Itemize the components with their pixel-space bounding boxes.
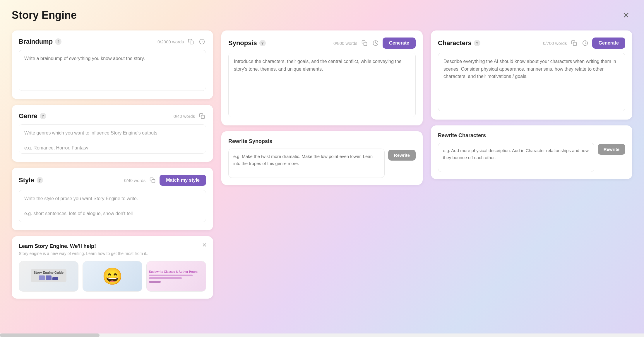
left-column: Braindump ? 0/2000 words — [12, 30, 213, 326]
style-word-count: 0/40 words — [124, 178, 145, 183]
rewrite-characters-card: Rewrite Characters Rewrite — [431, 125, 632, 179]
style-title: Style — [19, 176, 34, 184]
svg-rect-2 — [201, 115, 205, 119]
history-icon — [373, 40, 378, 46]
rewrite-characters-title: Rewrite Characters — [438, 132, 625, 139]
characters-copy-button[interactable] — [570, 39, 578, 47]
characters-card: Characters ? 0/700 words Generate — [431, 30, 632, 120]
class-label: Attend a Class → — [147, 291, 206, 292]
style-copy-button[interactable] — [148, 176, 157, 184]
rewrite-synopsis-button[interactable]: Rewrite — [388, 150, 416, 161]
style-header: Style ? 0/40 words Match my style — [19, 175, 206, 186]
characters-title: Characters — [438, 39, 472, 47]
history-icon — [582, 40, 588, 46]
style-card: Style ? 0/40 words Match my style Write … — [12, 168, 213, 230]
characters-help-icon[interactable]: ? — [474, 40, 480, 46]
header: Story Engine ✕ — [12, 9, 632, 22]
style-help-icon[interactable]: ? — [37, 177, 43, 183]
synopsis-copy-button[interactable] — [360, 39, 369, 47]
characters-generate-button[interactable]: Generate — [592, 38, 625, 49]
braindump-header: Braindump ? 0/2000 words — [19, 38, 206, 46]
characters-textarea[interactable] — [438, 53, 625, 111]
braindump-card: Braindump ? 0/2000 words — [12, 30, 213, 99]
genre-title: Genre — [19, 112, 37, 120]
page-title: Story Engine — [12, 9, 77, 21]
right-column: Characters ? 0/700 words Generate — [431, 30, 632, 326]
synopsis-word-count: 0/800 words — [333, 41, 357, 46]
svg-rect-4 — [364, 42, 367, 46]
synopsis-help-icon[interactable]: ? — [259, 40, 266, 46]
rewrite-synopsis-card: Rewrite Synopsis Rewrite — [221, 131, 423, 185]
learn-card: ✕ Learn Story Engine. We'll help! Story … — [12, 236, 213, 299]
characters-history-button[interactable] — [581, 39, 589, 47]
rewrite-synopsis-title: Rewrite Synopsis — [228, 138, 416, 144]
class-thumbnail: Sudowrite Classes & Author Hours — [147, 261, 206, 291]
svg-rect-6 — [573, 42, 576, 46]
genre-textarea[interactable]: Write genres which you want to influence… — [19, 124, 206, 154]
genre-card: Genre ? 0/40 words Write genres which yo… — [12, 105, 213, 162]
scrollbar-thumb[interactable] — [0, 333, 100, 337]
middle-column: Synopsis ? 0/800 words Generate — [221, 30, 423, 326]
synopsis-header: Synopsis ? 0/800 words Generate — [228, 38, 416, 49]
synopsis-card: Synopsis ? 0/800 words Generate — [221, 30, 423, 125]
synopsis-title: Synopsis — [228, 39, 257, 47]
rewrite-characters-button[interactable]: Rewrite — [598, 144, 625, 155]
video-label: Watch the Video → — [83, 291, 142, 292]
copy-icon — [199, 113, 205, 119]
learn-title: Learn Story Engine. We'll help! — [19, 243, 206, 249]
rewrite-synopsis-textarea[interactable] — [228, 149, 385, 178]
characters-header: Characters ? 0/700 words Generate — [438, 38, 625, 49]
learn-item-class[interactable]: Sudowrite Classes & Author Hours Attend … — [146, 261, 206, 292]
learn-close-button[interactable]: ✕ — [200, 241, 208, 249]
guide-thumbnail: Story Engine Guide — [19, 261, 78, 291]
synopsis-generate-button[interactable]: Generate — [383, 38, 416, 49]
close-button[interactable]: ✕ — [619, 9, 632, 22]
genre-word-count: 0/40 words — [174, 114, 195, 119]
braindump-help-icon[interactable]: ? — [55, 38, 61, 45]
braindump-copy-button[interactable] — [187, 38, 195, 46]
svg-rect-3 — [152, 180, 155, 183]
braindump-title: Braindump — [19, 38, 53, 45]
style-textarea[interactable]: Write the style of prose you want Story … — [19, 190, 206, 222]
learn-subtitle: Story engine is a new way of writing. Le… — [19, 251, 206, 256]
synopsis-history-button[interactable] — [371, 39, 380, 47]
learn-item-video[interactable]: 😄 Watch the Video → — [83, 261, 142, 292]
main-columns: Braindump ? 0/2000 words — [12, 30, 632, 326]
genre-header: Genre ? 0/40 words — [19, 112, 206, 120]
copy-icon — [362, 40, 367, 46]
app-container: Story Engine ✕ Braindump ? 0/2000 words — [0, 0, 644, 337]
match-style-button[interactable]: Match my style — [160, 175, 206, 186]
guide-label: Read the Guide → — [19, 291, 78, 292]
rewrite-characters-textarea[interactable] — [438, 143, 594, 172]
synopsis-textarea[interactable] — [228, 53, 416, 117]
copy-icon — [150, 177, 155, 183]
copy-icon — [571, 40, 577, 46]
video-thumbnail: 😄 — [83, 261, 142, 291]
genre-copy-button[interactable] — [198, 112, 206, 120]
horizontal-scrollbar[interactable] — [0, 333, 644, 337]
braindump-history-button[interactable] — [198, 38, 206, 46]
braindump-textarea[interactable] — [19, 50, 206, 91]
genre-help-icon[interactable]: ? — [40, 113, 46, 119]
learn-items: Story Engine Guide Read the Guide → — [19, 261, 206, 292]
characters-word-count: 0/700 words — [543, 41, 567, 46]
learn-item-guide[interactable]: Story Engine Guide Read the Guide → — [19, 261, 78, 292]
braindump-word-count: 0/2000 words — [157, 39, 184, 44]
copy-icon — [188, 39, 194, 45]
history-icon — [199, 39, 205, 45]
svg-rect-0 — [190, 41, 193, 44]
